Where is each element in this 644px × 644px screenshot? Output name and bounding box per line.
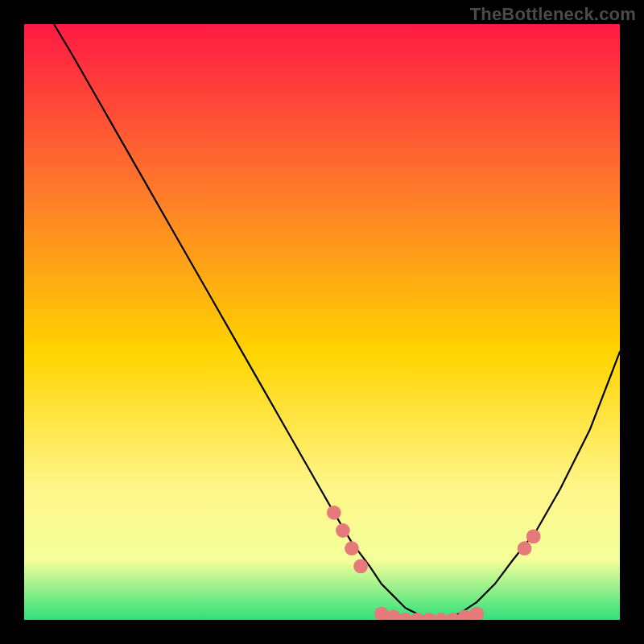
chart-svg bbox=[24, 24, 620, 620]
marker-point bbox=[526, 530, 541, 544]
watermark-text: TheBottleneck.com bbox=[470, 4, 636, 25]
marker-point bbox=[345, 541, 359, 555]
marker-point bbox=[327, 506, 341, 520]
chart-container: TheBottleneck.com bbox=[0, 0, 644, 644]
plot-area bbox=[24, 24, 620, 620]
marker-point bbox=[336, 523, 350, 538]
marker-point bbox=[353, 559, 368, 574]
marker-point bbox=[518, 541, 532, 555]
